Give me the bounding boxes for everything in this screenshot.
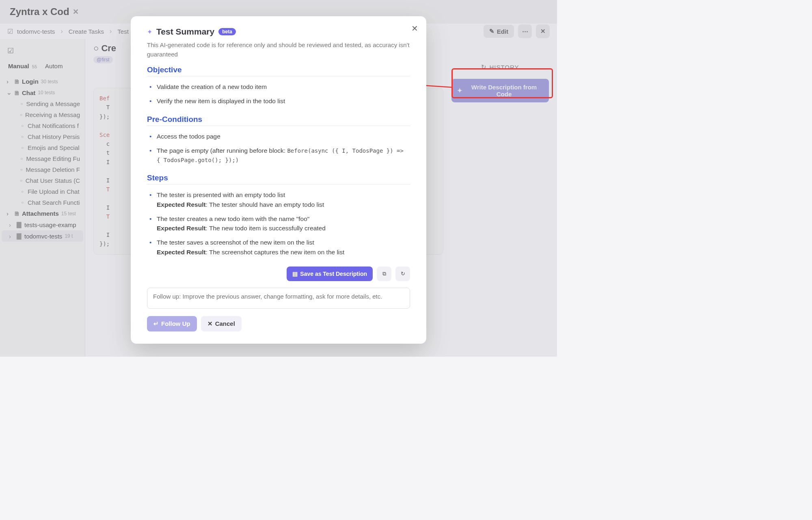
save-description-button[interactable]: ▤ Save as Test Description [287,266,373,281]
modal-close-button[interactable]: ✕ [411,24,418,33]
section-objective: Objective [147,65,410,76]
section-preconditions: Pre-Conditions [147,115,410,126]
regenerate-button[interactable]: ↻ [395,266,410,281]
cancel-button[interactable]: ✕ Cancel [201,316,242,332]
followup-button[interactable]: ↵ Follow Up [147,316,197,332]
objective-item: Validate the creation of a new todo item [153,80,410,94]
step-item: The tester creates a new todo item with … [153,212,410,236]
step-item: The tester saves a screenshot of the new… [153,235,410,259]
objective-item: Verify the new item is displayed in the … [153,94,410,108]
return-icon: ↵ [153,320,159,327]
modal-overlay: ✕ ✦ Test Summary beta This AI-generated … [0,0,557,357]
close-icon: ✕ [207,320,213,327]
copy-icon: ⧉ [382,271,386,277]
precondition-item: Access the todos page [153,129,410,143]
precondition-item: The page is empty (after running before … [153,143,410,167]
sparkle-icon: ✦ [147,28,152,36]
modal-title: Test Summary [156,27,214,37]
modal-subtitle: This AI-generated code is for reference … [147,41,410,59]
beta-badge: beta [218,28,236,35]
test-summary-modal: ✕ ✦ Test Summary beta This AI-generated … [131,16,426,344]
section-steps: Steps [147,173,410,184]
refresh-icon: ↻ [401,271,405,277]
copy-button[interactable]: ⧉ [377,266,391,281]
save-icon: ▤ [292,271,298,277]
followup-input[interactable] [147,288,410,309]
step-item: The tester is presented with an empty to… [153,188,410,212]
